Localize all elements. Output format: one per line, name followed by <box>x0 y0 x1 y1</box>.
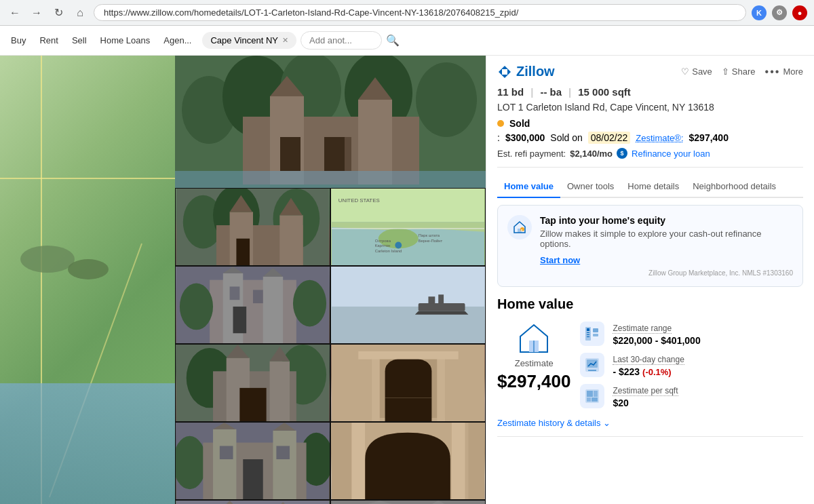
svg-rect-79 <box>276 446 290 459</box>
start-now-link[interactable]: Start now <box>540 255 580 265</box>
change-icon <box>580 353 604 377</box>
share-button[interactable]: ⇧ Share <box>722 66 756 77</box>
beds-stat: 11 bd <box>497 86 524 98</box>
svg-rect-77 <box>243 459 263 499</box>
zestimate-history-link[interactable]: Zestimate history & details ⌄ <box>497 418 803 428</box>
status-dot <box>497 120 504 127</box>
svg-rect-59 <box>270 362 290 421</box>
refinance-link[interactable]: Refinance your loan <box>632 149 710 159</box>
tab-home-details[interactable]: Home details <box>621 176 686 198</box>
equity-title: Tap into your home's equity <box>540 215 793 226</box>
forward-button[interactable]: → <box>28 5 45 21</box>
change-pct: (-0.1%) <box>642 367 672 377</box>
divider-2 <box>497 436 803 437</box>
range-label: Zestimate range <box>613 324 672 334</box>
svg-rect-11 <box>280 137 301 171</box>
island2 <box>68 259 109 279</box>
tab-neighborhood-details[interactable]: Neighborhood details <box>686 176 783 198</box>
svg-point-47 <box>293 280 326 327</box>
svg-rect-52 <box>438 294 444 303</box>
zestimate-details: Zestimate range $220,000 - $401,000 <box>580 322 803 408</box>
nav-sell[interactable]: Sell <box>72 35 87 45</box>
search-input[interactable] <box>301 31 382 50</box>
more-button[interactable]: ••• More <box>765 66 803 78</box>
photo-row-3 <box>175 344 486 422</box>
search-location-pill[interactable]: Cape Vincent NY ✕ <box>202 32 296 49</box>
water-area <box>0 383 175 504</box>
photo-cell-10[interactable] <box>330 500 486 504</box>
divider-1 <box>497 167 803 168</box>
svg-rect-73 <box>213 429 236 499</box>
photo-cell-3[interactable] <box>175 266 330 344</box>
heart-icon: ♡ <box>681 66 689 77</box>
detail-body: 11 bd | -- ba | 15 000 sqft LOT 1 Carlet… <box>486 79 814 452</box>
equity-card-content: Tap into your home's equity Zillow makes… <box>540 215 793 265</box>
browser-chrome: ← → ↻ ⌂ https://www.zillow.com/homedetai… <box>0 0 814 26</box>
svg-text:Carleton Island: Carleton Island <box>375 249 402 253</box>
zestimate-link[interactable]: Zestimate®: <box>636 133 683 143</box>
refi-label: Est. refi payment: <box>497 149 566 159</box>
svg-rect-116 <box>587 336 589 337</box>
photo-cell-water[interactable] <box>330 266 486 344</box>
svg-rect-117 <box>593 328 598 332</box>
photo-cell-map[interactable]: UNITED STATES Острова Карлтон Carleton I… <box>330 188 486 266</box>
zestimate-left: Zestimate $297,400 <box>497 322 570 392</box>
equity-description: Zillow makes it simple to explore your c… <box>540 229 793 249</box>
profile-icon: K <box>752 5 767 20</box>
nav-rent[interactable]: Rent <box>39 35 58 45</box>
svg-rect-115 <box>587 334 589 335</box>
equity-disclaimer: Zillow Group Marketplace, Inc. NMLS #130… <box>507 269 793 277</box>
photo-cell-interior2[interactable] <box>330 422 486 500</box>
zillow-logo: Zillow <box>497 64 555 79</box>
svg-rect-85 <box>176 501 329 504</box>
refresh-button[interactable]: ↻ <box>50 5 66 21</box>
svg-rect-114 <box>587 332 589 333</box>
svg-rect-67 <box>437 358 445 421</box>
svg-text:Парк штата: Парк штата <box>419 233 440 237</box>
property-tabs: Home value Owner tools Home details Neig… <box>497 176 803 198</box>
photo-cell-interior1[interactable] <box>330 344 486 422</box>
zestimate-main: Zestimate $297,400 <box>497 322 803 408</box>
nav-agents[interactable]: Agen... <box>163 35 191 45</box>
svg-rect-12 <box>324 137 345 171</box>
photo-cell-5[interactable] <box>175 344 330 422</box>
svg-point-35 <box>395 242 402 249</box>
nav-links: Buy Rent Sell Home Loans Agen... <box>11 35 191 45</box>
map-area[interactable] <box>0 56 175 504</box>
photo-cell-9[interactable] <box>175 500 330 504</box>
sold-on-label: Sold on <box>550 132 582 143</box>
tab-owner-tools[interactable]: Owner tools <box>560 176 621 198</box>
home-value-title: Home value <box>497 296 803 312</box>
per-sqft-label: Zestimate per sqft <box>613 386 678 396</box>
change-value: - $223 (-0.1%) <box>613 366 684 377</box>
browser-toolbar: ← → ↻ ⌂ https://www.zillow.com/homedetai… <box>0 0 814 25</box>
photo-main[interactable] <box>175 56 486 188</box>
per-sqft-row: Zestimate per sqft $20 <box>580 384 803 408</box>
address-bar[interactable]: https://www.zillow.com/homedetails/LOT-1… <box>94 4 746 21</box>
photo-row-5 <box>175 500 486 504</box>
svg-rect-84 <box>452 423 465 499</box>
detail-panel: Zillow ♡ Save ⇧ Share ••• More 1 <box>486 56 814 504</box>
property-stats: 11 bd | -- ba | 15 000 sqft <box>497 86 803 98</box>
more-dots-icon: ••• <box>765 66 781 78</box>
nav-buy[interactable]: Buy <box>11 35 26 45</box>
svg-rect-43 <box>233 307 247 333</box>
save-button[interactable]: ♡ Save <box>681 66 712 77</box>
svg-point-46 <box>180 284 213 330</box>
search-button[interactable]: 🔍 <box>386 34 400 47</box>
svg-rect-74 <box>273 431 296 499</box>
home-button[interactable]: ⌂ <box>72 5 88 21</box>
svg-rect-113 <box>587 328 589 331</box>
svg-rect-126 <box>592 398 598 402</box>
clear-location-button[interactable]: ✕ <box>282 36 288 45</box>
range-value: $220,000 - $401,000 <box>613 335 700 346</box>
house-icon-large <box>517 322 551 355</box>
status-row: Sold <box>497 118 803 129</box>
nav-home-loans[interactable]: Home Loans <box>100 35 151 45</box>
svg-marker-53 <box>415 311 469 315</box>
photo-cell-1[interactable] <box>175 188 330 266</box>
tab-home-value[interactable]: Home value <box>497 176 560 198</box>
photo-cell-7[interactable] <box>175 422 330 500</box>
per-sqft-value: $20 <box>613 398 678 408</box>
back-button[interactable]: ← <box>7 5 23 21</box>
